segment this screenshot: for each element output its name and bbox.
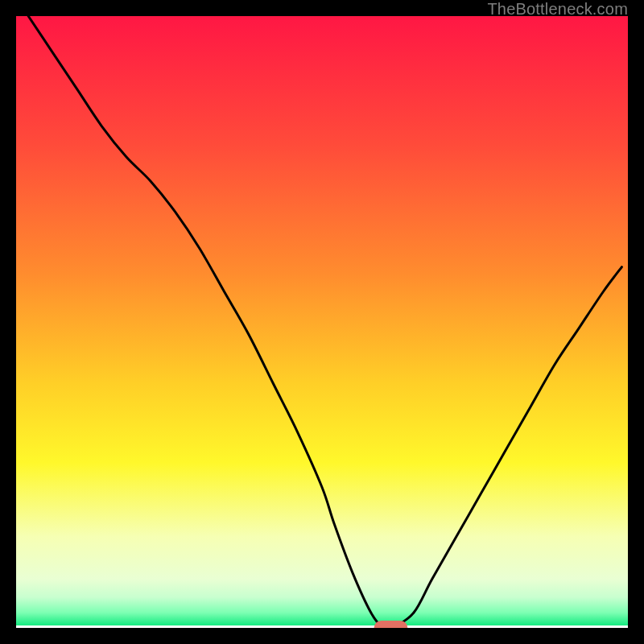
- sweet-spot-marker: [374, 621, 408, 628]
- watermark-text: TheBottleneck.com: [487, 0, 628, 19]
- gradient-fill: [16, 16, 628, 628]
- chart-container: TheBottleneck.com: [0, 0, 644, 644]
- bottleneck-chart: [16, 16, 628, 628]
- baseline: [16, 625, 628, 628]
